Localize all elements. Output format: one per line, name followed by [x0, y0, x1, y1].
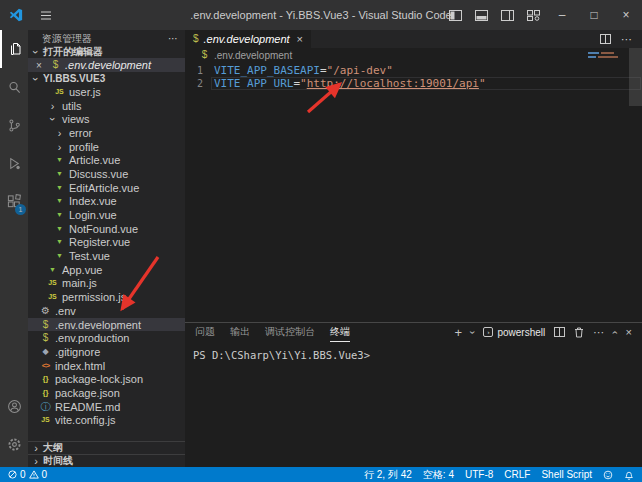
- status-item[interactable]: 空格: 4: [423, 468, 454, 482]
- warnings-indicator[interactable]: 0: [29, 469, 48, 480]
- terminal-shell-item[interactable]: › powershell: [483, 327, 545, 338]
- panel-tab-item[interactable]: 调试控制台: [265, 323, 315, 342]
- tree-file-row[interactable]: ▼Test.vue: [28, 249, 185, 263]
- json-icon: {}: [40, 374, 51, 384]
- tab-close-icon[interactable]: ×: [297, 33, 303, 45]
- tree-folder-row[interactable]: ›views: [28, 112, 185, 126]
- explorer-icon[interactable]: [0, 30, 28, 68]
- open-editor-item[interactable]: × $ .env.development: [28, 58, 185, 72]
- status-item[interactable]: UTF-8: [465, 469, 493, 480]
- tree-file-row[interactable]: {}package.json: [28, 386, 185, 400]
- tree-file-row[interactable]: $.env.development: [28, 318, 185, 332]
- close-panel-icon[interactable]: ×: [626, 326, 632, 338]
- tree-folder-row[interactable]: ›utils: [28, 99, 185, 113]
- tree-file-row[interactable]: ▼EditArticle.vue: [28, 181, 185, 195]
- menu-icon[interactable]: [33, 10, 59, 21]
- panel-tab-item[interactable]: 问题: [195, 323, 215, 342]
- code-line[interactable]: 1VITE_APP_BASEAPI="/api-dev": [185, 64, 642, 77]
- tree-file-row[interactable]: JSpermission.js: [28, 290, 185, 304]
- tree-item-label: error: [69, 127, 92, 139]
- tree-file-row[interactable]: <>index.html: [28, 359, 185, 373]
- tree-item-label: profile: [69, 141, 99, 153]
- more-actions-icon[interactable]: ⋯: [168, 33, 179, 44]
- terminal-output[interactable]: PS D:\CSharp\Yi\Yi.BBS.Vue3>: [185, 341, 642, 467]
- tree-file-row[interactable]: ▼Discuss.vue: [28, 167, 185, 181]
- code-editor[interactable]: 1VITE_APP_BASEAPI="/api-dev"2VITE_APP_UR…: [185, 62, 642, 322]
- tree-item-label: Index.vue: [69, 195, 117, 207]
- notifications-bell-icon[interactable]: [624, 470, 634, 480]
- outline-section[interactable]: › 大纲: [28, 441, 185, 454]
- kill-terminal-icon[interactable]: [574, 327, 584, 338]
- tree-file-row[interactable]: ▼Login.vue: [28, 208, 185, 222]
- status-item[interactable]: Shell Script: [541, 469, 592, 480]
- diamond-icon: ◆: [40, 347, 51, 357]
- run-debug-icon[interactable]: [0, 144, 28, 182]
- tree-file-row[interactable]: ◆.gitignore: [28, 345, 185, 359]
- split-editor-icon[interactable]: [600, 34, 611, 44]
- search-icon[interactable]: [0, 68, 28, 106]
- editor-scrollbar[interactable]: [629, 48, 642, 106]
- close-button[interactable]: ×: [610, 0, 642, 30]
- status-item[interactable]: CRLF: [504, 469, 530, 480]
- tree-item-label: vite.config.js: [55, 414, 116, 426]
- dollar-icon: $: [40, 333, 51, 343]
- tree-file-row[interactable]: ▼Article.vue: [28, 153, 185, 167]
- timeline-section[interactable]: › 时间线: [28, 454, 185, 467]
- tree-file-row[interactable]: ▼App.vue: [28, 263, 185, 277]
- source-control-icon[interactable]: [0, 106, 28, 144]
- code-token-str: ": [479, 77, 486, 90]
- editor-tab[interactable]: $ .env.development ×: [185, 30, 311, 48]
- tree-file-row[interactable]: JSvite.config.js: [28, 414, 185, 428]
- code-token-key: VITE_APP_BASEAPI: [214, 64, 320, 77]
- tree-item-label: .env.development: [55, 319, 141, 331]
- tree-file-row[interactable]: JSmain.js: [28, 277, 185, 291]
- folder-closed-icon: ›: [54, 128, 65, 138]
- tree-file-row[interactable]: ▼Index.vue: [28, 195, 185, 209]
- close-icon[interactable]: ×: [36, 60, 46, 71]
- chevron-right-icon: ›: [31, 442, 41, 454]
- code-token-link[interactable]: http://localhost:19001/api: [307, 77, 479, 90]
- tree-file-row[interactable]: ⓘREADME.md: [28, 400, 185, 414]
- toggle-secondary-sidebar-icon[interactable]: [494, 0, 520, 30]
- tree-item-label: .gitignore: [55, 346, 100, 358]
- new-terminal-icon[interactable]: +: [454, 325, 462, 340]
- open-editors-section[interactable]: › 打开的编辑器: [28, 45, 185, 58]
- settings-gear-icon[interactable]: [0, 425, 28, 463]
- errors-indicator[interactable]: 0: [8, 469, 26, 480]
- tree-item-label: Test.vue: [69, 250, 110, 262]
- shell-label: powershell: [497, 327, 545, 338]
- panel-tab-active[interactable]: 终端: [330, 323, 350, 342]
- toggle-panel-icon[interactable]: [468, 0, 494, 30]
- minimap[interactable]: [588, 52, 624, 60]
- tree-file-row[interactable]: ▼Register.vue: [28, 236, 185, 250]
- account-icon[interactable]: [0, 387, 28, 425]
- tab-bar: $ .env.development × ⋯: [185, 30, 642, 48]
- tree-file-row[interactable]: $.env.production: [28, 331, 185, 345]
- vscode-logo-icon: [9, 8, 23, 22]
- tree-file-row[interactable]: ⚙.env: [28, 304, 185, 318]
- maximize-button[interactable]: □: [578, 0, 610, 30]
- customize-layout-icon[interactable]: [520, 0, 546, 30]
- code-line[interactable]: 2VITE_APP_URL="http://localhost:19001/ap…: [185, 77, 642, 90]
- tree-item-label: Discuss.vue: [69, 168, 128, 180]
- project-section[interactable]: › YI.BBS.VUE3: [28, 72, 185, 85]
- toggle-sidebar-icon[interactable]: [442, 0, 468, 30]
- info-icon: ⓘ: [40, 402, 51, 412]
- split-terminal-icon[interactable]: [554, 327, 565, 337]
- panel-more-actions-icon[interactable]: ⋯: [593, 326, 604, 339]
- breadcrumb[interactable]: $ .env.development: [185, 48, 642, 62]
- tree-file-row[interactable]: {}package-lock.json: [28, 372, 185, 386]
- tree-file-row[interactable]: ▼NotFound.vue: [28, 222, 185, 236]
- title-bar: .env.development - Yi.BBS.Vue3 - Visual …: [0, 0, 642, 30]
- editor-more-actions-icon[interactable]: ⋯: [621, 33, 632, 46]
- chevron-down-icon[interactable]: ›: [467, 330, 478, 333]
- maximize-panel-icon[interactable]: ›: [609, 330, 620, 333]
- panel-tab-item[interactable]: 输出: [230, 323, 250, 342]
- minimize-button[interactable]: –: [546, 0, 578, 30]
- status-item[interactable]: 行 2, 列 42: [364, 468, 412, 482]
- feedback-icon[interactable]: [603, 470, 613, 480]
- tree-folder-row[interactable]: ›error: [28, 126, 185, 140]
- tree-folder-row[interactable]: ›profile: [28, 140, 185, 154]
- extensions-icon[interactable]: 1: [0, 182, 28, 220]
- tree-file-row[interactable]: JSuser.js: [28, 85, 185, 99]
